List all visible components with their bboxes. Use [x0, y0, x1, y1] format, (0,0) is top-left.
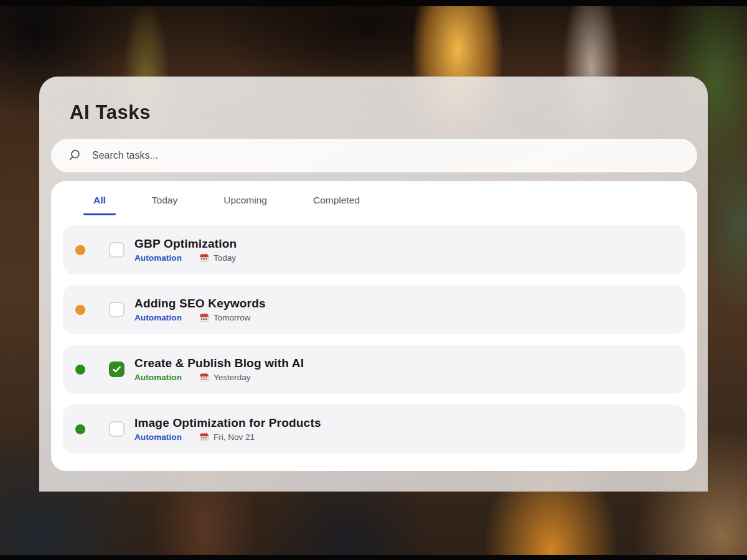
task-checkbox[interactable] [109, 302, 125, 317]
task-row[interactable]: Adding SEO Keywords Automation Tomorrow [63, 285, 685, 334]
status-dot [75, 424, 85, 434]
task-category[interactable]: Automation [134, 432, 182, 442]
search-bar[interactable] [51, 139, 697, 172]
task-category[interactable]: Automation [134, 313, 182, 322]
calendar-icon [199, 312, 209, 322]
bottom-black-bar [0, 555, 747, 560]
task-meta: Automation Yesterday [134, 372, 304, 382]
task-checkbox[interactable] [109, 421, 125, 437]
task-row[interactable]: GBP Optimization Automation Today [63, 225, 685, 274]
task-meta: Automation Fri, Nov 21 [134, 432, 321, 442]
task-title: Image Optimization for Products [134, 416, 321, 430]
tab-completed[interactable]: Completed [303, 189, 370, 215]
task-text: Image Optimization for Products Automati… [134, 416, 321, 442]
task-title: Adding SEO Keywords [134, 297, 266, 310]
tab-upcoming[interactable]: Upcoming [214, 189, 277, 215]
task-title: Create & Publish Blog with AI [134, 357, 304, 370]
task-title: GBP Optimization [134, 237, 237, 251]
status-dot [75, 305, 85, 315]
status-dot [75, 245, 85, 255]
task-due: Today [214, 253, 236, 263]
search-icon [67, 148, 82, 163]
task-row[interactable]: Image Optimization for Products Automati… [63, 404, 685, 454]
status-dot [75, 365, 85, 375]
tab-today[interactable]: Today [142, 189, 187, 215]
calendar-icon [199, 253, 209, 263]
calendar-icon [199, 432, 209, 442]
top-black-bar [0, 0, 747, 6]
page-title: AI Tasks [70, 101, 151, 124]
task-checkbox[interactable] [109, 362, 125, 377]
calendar-icon [199, 372, 209, 382]
tasks-panel: AI Tasks All Today Upcoming Completed [39, 77, 708, 492]
task-due: Fri, Nov 21 [214, 432, 255, 442]
tasks-card: All Today Upcoming Completed GBP Optimiz… [51, 181, 697, 471]
task-due: Tomorrow [214, 313, 250, 322]
task-due: Yesterday [214, 373, 251, 382]
task-category[interactable]: Automation [134, 373, 182, 382]
task-text: Create & Publish Blog with AI Automation… [134, 357, 304, 382]
task-meta: Automation Today [134, 253, 237, 263]
task-row[interactable]: Create & Publish Blog with AI Automation… [63, 345, 685, 394]
task-meta: Automation Tomorrow [134, 312, 266, 322]
tab-all[interactable]: All [83, 189, 116, 215]
tabs-bar: All Today Upcoming Completed [51, 181, 697, 215]
task-category[interactable]: Automation [134, 253, 182, 263]
task-checkbox[interactable] [109, 242, 125, 258]
search-input[interactable] [92, 150, 682, 161]
task-list: GBP Optimization Automation Today [63, 225, 685, 454]
task-text: GBP Optimization Automation Today [134, 237, 237, 263]
task-text: Adding SEO Keywords Automation Tomorrow [134, 297, 266, 322]
